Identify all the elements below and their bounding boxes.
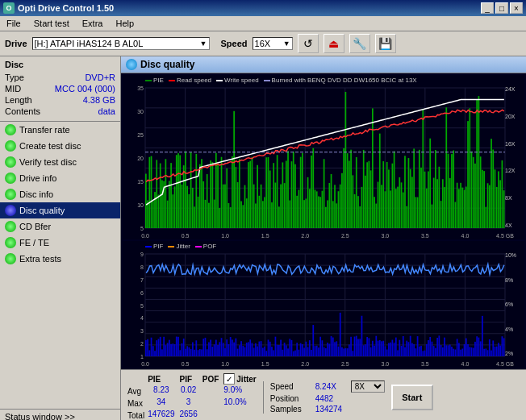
disc-quality-header-icon (126, 59, 137, 70)
sidebar-item-disc-quality[interactable]: Disc quality (0, 202, 120, 218)
bottom-chart-canvas (123, 241, 524, 368)
disc-mid-row: MID MCC 004 (000) (5, 84, 115, 94)
menu-extra[interactable]: Extra (79, 18, 106, 29)
minimize-button[interactable]: _ (481, 2, 494, 14)
sidebar-item-create-test-disc[interactable]: Create test disc (0, 138, 120, 154)
save-button[interactable]: 💾 (375, 34, 396, 53)
sidebar-item-disc-info[interactable]: Disc info (0, 186, 120, 202)
stats-divider (263, 381, 264, 414)
disc-type-row: Type DVD+R (5, 73, 115, 82)
stats-jitter-col: ✓ Jitter 9.0% 10.0% (223, 373, 256, 420)
stats-right-col: Speed 8.24X 8X Position 4482 Samples 134… (270, 380, 385, 414)
main-layout: Disc Type DVD+R MID MCC 004 (000) Length… (0, 56, 526, 420)
drive-bar: Drive [H:] ATAPI iHAS124 B AL0L ▼ Speed … (0, 31, 526, 56)
sidebar: Disc Type DVD+R MID MCC 004 (000) Length… (0, 56, 121, 420)
menu-start-test[interactable]: Start test (31, 18, 73, 29)
speed-select[interactable]: 16X ▼ (253, 37, 293, 50)
extra-tests-icon (5, 253, 16, 264)
stats-pof-col: POF (202, 373, 219, 420)
drive-select[interactable]: [H:] ATAPI iHAS124 B AL0L ▼ (32, 37, 210, 50)
maximize-button[interactable]: □ (495, 2, 508, 14)
disc-info-section: Disc Type DVD+R MID MCC 004 (000) Length… (0, 56, 120, 122)
refresh-button[interactable]: ↺ (298, 34, 319, 53)
title-bar-buttons: _ □ × (481, 2, 523, 14)
drive-label: Drive (5, 39, 27, 48)
title-bar: O Opti Drive Control 1.50 _ □ × (0, 0, 526, 16)
settings-button[interactable]: 🔧 (349, 34, 370, 53)
eject-button[interactable]: ⏏ (324, 34, 344, 53)
content-header: Disc quality (121, 56, 526, 73)
status-section: Status window >> (0, 409, 120, 420)
sidebar-item-transfer-rate[interactable]: Transfer rate (0, 122, 120, 138)
sidebar-item-extra-tests[interactable]: Extra tests (0, 251, 120, 267)
samples-row: Samples 134274 (270, 405, 385, 414)
sidebar-item-drive-info[interactable]: Drive info (0, 170, 120, 186)
sidebar-item-verify-test-disc[interactable]: Verify test disc (0, 154, 120, 170)
disc-info-icon (5, 189, 16, 200)
speed-dropdown[interactable]: 8X (351, 380, 385, 393)
fe-te-icon (5, 237, 16, 248)
nav-items: Transfer rate Create test disc Verify te… (0, 122, 120, 409)
speed-row: Speed 8.24X 8X (270, 380, 385, 393)
menu-help[interactable]: Help (112, 18, 137, 29)
menu-bar: File Start test Extra Help (0, 16, 526, 31)
title-bar-title: O Opti Drive Control 1.50 (3, 2, 114, 14)
disc-contents-row: Contents data (5, 106, 115, 116)
stats-labels-col: Avg Max Total (127, 373, 144, 420)
app-icon: O (3, 2, 15, 14)
bottom-chart-legend: PIF Jitter POF (145, 243, 216, 250)
sidebar-item-fe-te[interactable]: FE / TE (0, 235, 120, 251)
sidebar-item-cd-bfer[interactable]: CD Bfer (0, 218, 120, 235)
content-title: Disc quality (140, 59, 194, 70)
stats-pif-col: PIF 0.02 3 2656 (180, 373, 198, 420)
status-window-button[interactable]: Status window >> (0, 410, 120, 420)
position-row: Position 4482 (270, 394, 385, 403)
disc-quality-icon (5, 205, 16, 216)
jitter-checkbox[interactable]: ✓ (223, 373, 235, 385)
top-chart-legend: PIE Read speed Write speed Burned with B… (145, 77, 417, 84)
transfer-rate-icon (5, 124, 16, 135)
close-button[interactable]: × (510, 2, 523, 14)
top-chart-canvas (123, 75, 524, 239)
stats-pie-col: PIE 8.23 34 147629 (148, 373, 174, 420)
cd-bfer-icon (5, 221, 16, 232)
create-test-icon (5, 140, 16, 152)
bottom-chart-y-axis-right: 10% 8% 6% 4% 2% (505, 252, 524, 356)
speed-label: Speed (221, 39, 248, 48)
top-chart-y-axis-right: 24X 20X 16X 12X 8X 4X (505, 86, 524, 228)
menu-file[interactable]: File (3, 18, 24, 29)
stats-bar: Avg Max Total PIE 8.23 34 147629 PIF 0.0… (121, 369, 526, 420)
disc-section-title: Disc (5, 60, 115, 69)
disc-length-row: Length 4.38 GB (5, 95, 115, 105)
charts-area: PIE Read speed Write speed Burned with B… (121, 73, 526, 369)
content-area: Disc quality PIE Read speed Write speed … (121, 56, 526, 420)
start-button[interactable]: Start (391, 385, 433, 410)
verify-test-icon (5, 156, 16, 168)
drive-info-icon (5, 173, 16, 184)
